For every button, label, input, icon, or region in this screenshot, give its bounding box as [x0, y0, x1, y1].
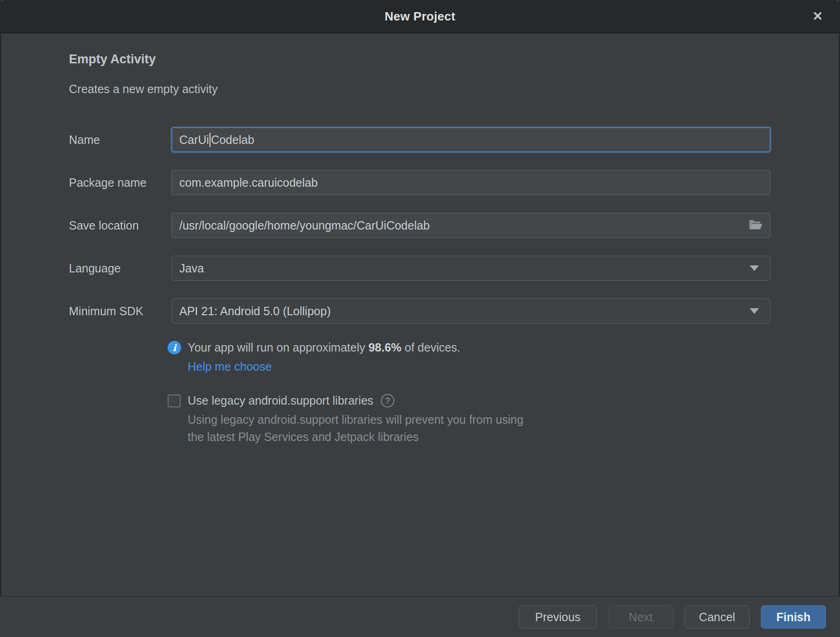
save-location-label: Save location — [69, 219, 171, 232]
min-sdk-row: Minimum SDK API 21: Android 5.0 (Lollipo… — [69, 298, 771, 324]
form: Name CarUi Codelab Package name Save loc… — [69, 127, 771, 324]
dialog-titlebar: New Project ✕ — [0, 0, 840, 34]
language-dropdown[interactable]: Java — [171, 256, 771, 281]
close-icon[interactable]: ✕ — [807, 6, 828, 27]
language-label: Language — [69, 262, 171, 275]
legacy-note-line1: Using legacy android.support libraries w… — [188, 413, 523, 426]
save-location-value: /usr/local/google/home/youngmac/CarUiCod… — [179, 219, 749, 232]
package-row: Package name — [69, 169, 771, 196]
page-subtitle: Creates a new empty activity — [69, 82, 771, 96]
device-coverage-text: Your app will run on approximately 98.6%… — [188, 341, 461, 354]
dialog-content: Empty Activity Creates a new empty activ… — [0, 34, 840, 446]
help-me-choose-link[interactable]: Help me choose — [188, 360, 272, 373]
legacy-note-line2: the latest Play Services and Jetpack lib… — [188, 430, 419, 443]
save-location-input[interactable]: /usr/local/google/home/youngmac/CarUiCod… — [171, 213, 771, 238]
new-project-dialog: New Project ✕ Empty Activity Creates a n… — [0, 0, 840, 637]
coverage-percent: 98.6% — [368, 341, 401, 354]
name-value-before-caret: CarUi — [179, 133, 209, 147]
coverage-text-suffix: of devices. — [401, 341, 460, 354]
dialog-title: New Project — [385, 9, 455, 24]
device-coverage-row: i Your app will run on approximately 98.… — [168, 341, 771, 354]
language-row: Language Java — [69, 255, 771, 281]
chevron-down-icon — [750, 265, 759, 271]
min-sdk-dropdown[interactable]: API 21: Android 5.0 (Lollipop) — [171, 298, 771, 324]
name-label: Name — [69, 133, 171, 147]
min-sdk-selected-value: API 21: Android 5.0 (Lollipop) — [179, 305, 331, 318]
legacy-libraries-row: Use legacy android.support libraries ? — [168, 394, 771, 407]
package-label: Package name — [69, 176, 171, 190]
coverage-text-prefix: Your app will run on approximately — [188, 341, 368, 354]
cancel-button[interactable]: Cancel — [684, 605, 750, 629]
chevron-down-icon — [750, 308, 759, 314]
sdk-helper-block: i Your app will run on approximately 98.… — [168, 341, 771, 446]
name-row: Name CarUi Codelab — [69, 127, 771, 153]
page-title: Empty Activity — [69, 52, 771, 67]
save-location-row: Save location /usr/local/google/home/you… — [69, 212, 771, 238]
legacy-libraries-note: Using legacy android.support libraries w… — [188, 411, 771, 446]
finish-button[interactable]: Finish — [761, 605, 826, 629]
package-input[interactable] — [171, 170, 771, 195]
dialog-button-bar: Previous Next Cancel Finish — [0, 596, 840, 637]
language-selected-value: Java — [179, 262, 204, 275]
name-input[interactable]: CarUi Codelab — [171, 127, 771, 152]
min-sdk-label: Minimum SDK — [69, 305, 171, 318]
name-value-after-caret: Codelab — [211, 133, 254, 147]
previous-button[interactable]: Previous — [519, 605, 597, 629]
text-caret — [210, 133, 210, 147]
help-circle-icon[interactable]: ? — [381, 394, 394, 407]
browse-folder-button[interactable] — [749, 219, 763, 232]
next-button[interactable]: Next — [608, 605, 673, 629]
folder-open-icon — [749, 219, 763, 232]
legacy-libraries-label: Use legacy android.support libraries — [188, 394, 373, 407]
info-icon: i — [168, 341, 181, 354]
legacy-libraries-checkbox[interactable] — [168, 394, 181, 407]
